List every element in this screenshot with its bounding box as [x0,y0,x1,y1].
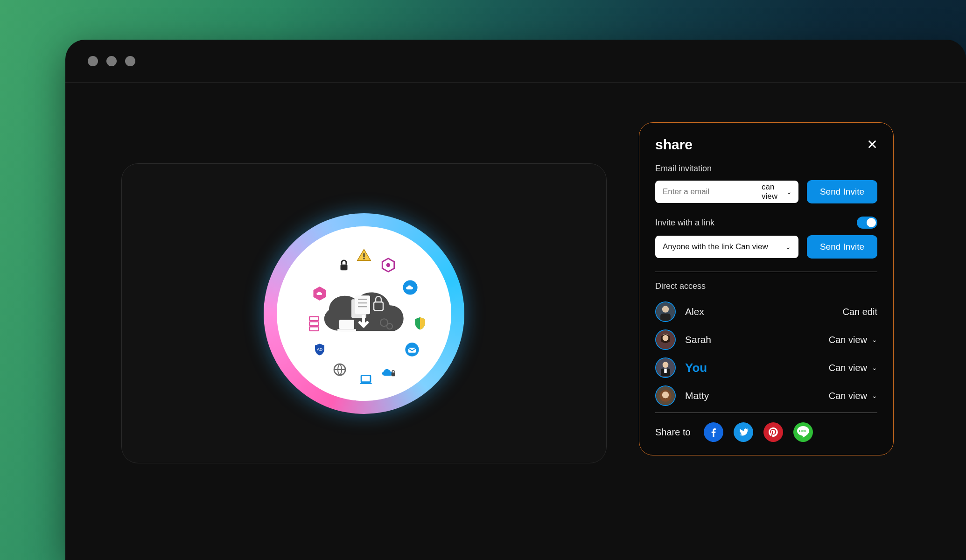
share-line-button[interactable]: LINE [793,422,813,442]
illustration-orb: AD [264,213,464,414]
svg-rect-22 [309,316,318,321]
user-permission-dropdown[interactable]: Can view⌄ [829,335,877,345]
svg-rect-12 [341,265,348,271]
share-pinterest-button[interactable] [763,422,783,442]
user-permission-label: Can view [829,391,867,401]
svg-rect-1 [355,295,370,314]
svg-rect-19 [360,383,372,384]
invite-link-toggle[interactable] [857,217,877,229]
avatar [655,357,676,378]
svg-rect-6 [339,320,354,329]
hexagon-icon [380,257,397,273]
chevron-down-icon: ⌄ [872,336,877,343]
user-permission-dropdown[interactable]: Can view⌄ [829,391,877,401]
app-window: AD share Email invitation can view ⌄ [65,40,966,560]
send-email-invite-button[interactable]: Send Invite [807,180,877,203]
chevron-down-icon: ⌄ [785,243,791,251]
user-name: Alex [685,306,704,317]
svg-point-13 [386,263,390,267]
facebook-icon [708,427,719,438]
window-control-dot[interactable] [88,56,98,66]
svg-point-26 [662,306,669,313]
svg-rect-10 [364,253,365,258]
window-control-dot[interactable] [106,56,117,66]
email-input[interactable] [663,187,762,196]
cloud-small-icon [402,279,419,296]
share-twitter-button[interactable] [734,422,753,442]
svg-rect-18 [361,376,371,382]
user-permission-label: Can view [829,363,867,373]
chevron-down-icon: ⌄ [786,188,792,196]
svg-rect-11 [364,258,365,259]
preview-card: AD [121,163,607,463]
window-control-dot[interactable] [125,56,135,66]
mail-icon [404,341,420,358]
user-name: Sarah [685,334,711,345]
svg-point-30 [663,335,669,341]
padlock-icon [336,257,352,273]
user-row: AlexCan edit [655,298,877,326]
direct-access-label: Direct access [655,281,877,291]
user-permission-label: Can edit [843,307,878,317]
svg-rect-16 [408,348,416,353]
shield-green-icon [412,315,428,332]
cloud-lock-icon [380,363,397,380]
email-permission-label: can view [762,182,784,201]
share-panel: share Email invitation can view ⌄ Send I… [639,122,894,455]
link-scope-dropdown[interactable]: Anyone with the link Can view ⌄ [655,236,798,258]
invite-link-label: Invite with a link [655,218,714,228]
pinterest-icon [768,427,779,438]
svg-rect-27 [660,314,671,321]
server-icon [306,315,322,332]
chevron-down-icon: ⌄ [872,392,877,399]
twitter-icon [738,427,749,438]
svg-point-37 [662,392,669,399]
hexagon-cloud-icon [311,285,328,302]
svg-rect-23 [309,322,318,326]
shield-blue-icon: AD [311,341,328,358]
user-row: SarahCan view⌄ [655,326,877,354]
globe-icon [331,361,348,378]
email-invitation-label: Email invitation [655,164,877,174]
close-button[interactable] [867,138,877,152]
avatar [655,385,676,406]
user-row: YouCan view⌄ [655,354,877,382]
user-name: Matty [685,390,709,401]
link-scope-label: Anyone with the link Can view [663,242,768,252]
cloud-illustration-icon [315,280,413,345]
chevron-down-icon: ⌄ [872,364,877,371]
svg-rect-7 [337,329,356,331]
svg-rect-17 [391,372,395,376]
share-to-label: Share to [655,427,691,438]
email-permission-dropdown[interactable]: can view ⌄ [762,182,792,201]
share-facebook-button[interactable] [704,422,723,442]
warning-icon [356,247,372,264]
user-permission-label: Can view [829,335,867,345]
laptop-icon [357,371,374,388]
svg-text:AD: AD [317,347,322,351]
divider [655,413,877,413]
window-titlebar [65,40,966,83]
user-name: You [685,361,707,375]
svg-point-32 [663,362,669,368]
email-input-container: can view ⌄ [655,181,798,203]
user-row: MattyCan view⌄ [655,382,877,410]
user-permission-dropdown[interactable]: Can view⌄ [829,363,877,373]
divider [655,272,877,272]
close-icon [867,139,877,149]
svg-text:LINE: LINE [799,429,807,433]
svg-rect-24 [309,327,318,331]
share-panel-title: share [655,137,693,153]
svg-rect-34 [664,369,666,373]
avatar [655,301,676,322]
avatar [655,329,676,350]
user-permission-dropdown: Can edit [843,307,878,317]
send-link-invite-button[interactable]: Send Invite [807,235,877,259]
line-icon: LINE [793,422,813,442]
